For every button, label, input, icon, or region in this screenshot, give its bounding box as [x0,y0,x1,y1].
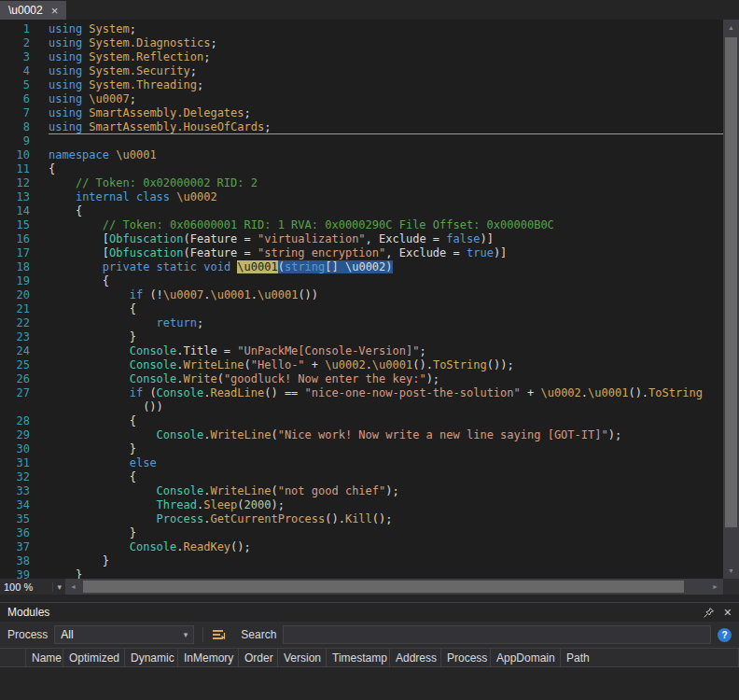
code-line[interactable]: 33 Console.WriteLine("not good chief"); [0,484,723,498]
code-editor[interactable]: 1using System;2using System.Diagnostics;… [0,20,723,579]
code-line[interactable]: 22 return; [0,316,723,330]
code-line[interactable]: 39 } [0,568,723,579]
line-number[interactable]: 17 [0,246,49,260]
line-number[interactable]: 1 [0,22,49,36]
code-line[interactable]: 37 Console.ReadKey(); [0,540,723,554]
close-icon[interactable]: × [724,606,732,619]
line-number[interactable]: 38 [0,554,49,568]
line-number[interactable]: 6 [0,92,49,106]
line-number[interactable]: 24 [0,344,49,358]
line-number[interactable]: 13 [0,190,49,204]
code-line[interactable]: 12 // Token: 0x02000002 RID: 2 [0,176,723,190]
modules-list[interactable] [0,667,739,700]
line-number[interactable]: 37 [0,540,49,554]
code-line[interactable]: 29 Console.WriteLine("Nice work! Now wri… [0,428,723,442]
column-header-inmemory[interactable]: InMemory [178,649,239,666]
code-line[interactable]: 2using System.Diagnostics; [0,36,723,50]
line-number[interactable]: 4 [0,64,49,78]
code-line[interactable]: 11{ [0,162,723,176]
line-number[interactable]: 26 [0,372,49,386]
vertical-scrollbar[interactable]: ▲ ▼ [723,20,739,579]
code-line[interactable]: 28 { [0,414,723,428]
help-icon[interactable]: ? [718,628,732,642]
document-tab[interactable]: \u0002 × [0,1,66,20]
scroll-down-icon[interactable]: ▼ [723,563,739,579]
pin-icon[interactable] [703,607,715,619]
line-number[interactable]: 32 [0,470,49,484]
line-number[interactable]: 34 [0,498,49,512]
code-line[interactable]: 8using SmartAssembly.HouseOfCards; [0,120,723,134]
column-header-icon[interactable] [0,649,26,666]
code-line[interactable]: 26 Console.Write("goodluck! Now enter th… [0,372,723,386]
scroll-left-icon[interactable]: ◄ [65,579,81,595]
line-number[interactable]: 8 [0,120,49,134]
process-dropdown[interactable]: All ▾ [54,625,194,644]
vertical-scroll-track[interactable] [723,35,739,563]
line-number[interactable]: 15 [0,218,49,232]
column-header-name[interactable]: Name [26,649,63,666]
line-number[interactable]: 19 [0,274,49,288]
line-number[interactable]: 3 [0,50,49,64]
column-header-appdomain[interactable]: AppDomain [491,649,561,666]
line-number[interactable]: 28 [0,414,49,428]
code-line[interactable]: 35 Process.GetCurrentProcess().Kill(); [0,512,723,526]
line-number[interactable]: 22 [0,316,49,330]
line-number[interactable]: 10 [0,148,49,162]
zoom-control[interactable]: 100 % ▾ [0,579,65,595]
zoom-dropdown-icon[interactable]: ▾ [52,582,62,592]
code-line[interactable]: 23 } [0,330,723,344]
line-number[interactable]: 18 [0,260,49,274]
code-line[interactable]: 30 } [0,442,723,456]
horizontal-scroll-track[interactable] [81,579,707,595]
line-number[interactable]: 29 [0,428,49,442]
code-line[interactable]: 1using System; [0,22,723,36]
line-number[interactable]: 20 [0,288,49,302]
line-number[interactable]: 33 [0,484,49,498]
column-header-optimized[interactable]: Optimized [63,649,125,666]
line-number[interactable]: 31 [0,456,49,470]
code-line[interactable]: 34 Thread.Sleep(2000); [0,498,723,512]
vertical-scroll-thumb[interactable] [725,37,737,527]
tab-close-icon[interactable]: × [51,5,59,17]
column-header-timestamp[interactable]: Timestamp [327,649,390,666]
line-number[interactable]: 27 [0,386,49,400]
column-header-version[interactable]: Version [278,649,327,666]
code-line[interactable]: 13 internal class \u0002 [0,190,723,204]
code-line[interactable]: 31 else [0,456,723,470]
code-line[interactable]: 27 if (Console.ReadLine() == "nice-one-n… [0,386,723,400]
column-header-process[interactable]: Process [441,649,491,666]
code-line[interactable]: 18 private static void \u0001(string[] \… [0,260,723,274]
column-header-order[interactable]: Order [239,649,278,666]
code-line[interactable]: 20 if (!\u0007.\u0001.\u0001()) [0,288,723,302]
scroll-up-icon[interactable]: ▲ [723,20,739,35]
code-line[interactable]: 5using System.Threading; [0,78,723,92]
code-line[interactable]: 14 { [0,204,723,218]
line-number[interactable]: 11 [0,162,49,176]
line-number[interactable]: 39 [0,568,49,579]
line-number[interactable]: 35 [0,512,49,526]
code-line[interactable]: 7using SmartAssembly.Delegates; [0,106,723,120]
scroll-right-icon[interactable]: ► [707,579,723,595]
code-line[interactable]: 4using System.Security; [0,64,723,78]
line-number[interactable]: 25 [0,358,49,372]
code-line[interactable]: 32 { [0,470,723,484]
code-line[interactable]: 15 // Token: 0x06000001 RID: 1 RVA: 0x00… [0,218,723,232]
export-icon[interactable] [212,627,227,642]
line-number[interactable]: 23 [0,330,49,344]
line-number[interactable] [0,400,49,414]
code-line[interactable]: 16 [Obfuscation(Feature = "virtualizatio… [0,232,723,246]
line-number[interactable]: 14 [0,204,49,218]
line-number[interactable]: 5 [0,78,49,92]
column-header-address[interactable]: Address [390,649,441,666]
line-number[interactable]: 21 [0,302,49,316]
code-line[interactable]: 21 { [0,302,723,316]
code-line[interactable]: 36 } [0,526,723,540]
horizontal-scroll-thumb[interactable] [83,581,684,593]
code-line[interactable]: 10namespace \u0001 [0,148,723,162]
line-number[interactable]: 9 [0,134,49,148]
line-number[interactable]: 2 [0,36,49,50]
line-number[interactable]: 16 [0,232,49,246]
code-line[interactable]: 38 } [0,554,723,568]
line-number[interactable]: 36 [0,526,49,540]
column-header-path[interactable]: Path [561,649,739,666]
